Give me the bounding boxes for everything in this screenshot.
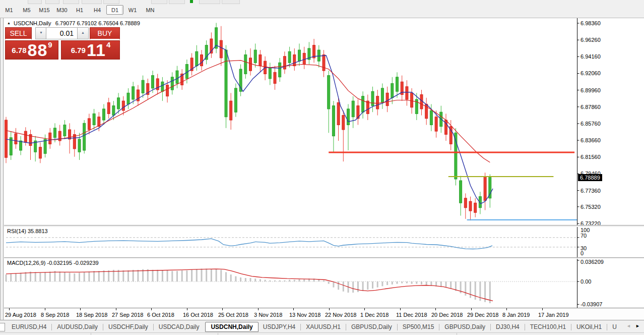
timeframe-button-H4[interactable]: H4: [89, 5, 106, 15]
timeframe-button-H1[interactable]: H1: [71, 5, 88, 15]
rsi-axis-label: 70: [581, 233, 587, 239]
time-axis-label: 3 Nov 2018: [254, 312, 282, 318]
price-axis-label: 6.83660: [581, 137, 601, 143]
time-axis-tick: [506, 308, 507, 310]
chart-tab-TECH100,H1[interactable]: TECH100,H1: [526, 322, 570, 331]
volume-input[interactable]: 0.01: [46, 27, 78, 39]
time-axis-label: 29 Aug 2018: [5, 312, 36, 318]
price-axis-label: 6.89960: [581, 87, 601, 93]
terminal-window: M1M5M15M30H1H4D1W1MN ▲ USDCNH,Daily 6.79…: [0, 0, 644, 335]
timeframe-button-MN[interactable]: MN: [142, 5, 159, 15]
buy-price-small: 6.79: [71, 46, 86, 54]
tab-stub[interactable]: [0, 323, 5, 331]
time-axis-tick: [471, 308, 472, 310]
chart-tab-USDCHF,Daily[interactable]: USDCHF,Daily: [104, 322, 153, 331]
window-border-left-outer: [0, 18, 1, 320]
tab-separator: [51, 324, 52, 330]
time-axis-tick: [151, 308, 152, 310]
tab-scroll-left-icon[interactable]: ◄: [626, 323, 631, 328]
chart-tab-USDJPY,H4[interactable]: USDJPY,H4: [259, 322, 300, 331]
collapse-icon[interactable]: ▲: [7, 21, 11, 25]
time-axis-tick: [116, 308, 116, 310]
sell-price-button[interactable]: 6.78 88 9: [5, 40, 58, 60]
buy-price-sup: 4: [106, 40, 110, 49]
timeframe-button-M30[interactable]: M30: [53, 5, 71, 15]
macd-panel: MACD(12,26,9) -0.032195 -0.029239 0.0362…: [4, 259, 644, 308]
main-chart-panel: ▲ USDCNH,Daily 6.79077 6.79102 6.76504 6…: [4, 18, 644, 225]
timeframe-button-W1[interactable]: W1: [124, 5, 141, 15]
time-axis-label: 8 Jan 2019: [502, 312, 530, 318]
time-axis-tick: [222, 308, 223, 310]
status-dot: [190, 0, 193, 3]
timeframe-button-M5[interactable]: M5: [18, 5, 35, 15]
chart-tab-USDCNH,Daily[interactable]: USDCNH,Daily: [205, 322, 258, 332]
toolbar-separator: [122, 6, 122, 15]
toolbar-button-stub: [169, 0, 185, 4]
volume-increase-button[interactable]: ▲: [77, 27, 89, 39]
time-axis-tick: [364, 308, 365, 310]
rsi-panel: RSI(14) 35.8813 10070300: [4, 227, 644, 257]
chart-tab-SP500,M15[interactable]: SP500,M15: [398, 322, 439, 331]
spinner-down-icon: ▼: [39, 31, 43, 34]
time-axis-label: 29 Dec 2018: [467, 312, 498, 318]
rsi-axis-label: 0: [581, 250, 584, 256]
tab-separator: [153, 324, 154, 330]
timeframe-button-M1[interactable]: M1: [1, 5, 18, 15]
time-axis-tick: [293, 308, 294, 310]
time-axis-label: 16 Oct 2018: [183, 312, 213, 318]
tab-separator: [346, 324, 346, 330]
sell-price-sup: 9: [48, 40, 52, 49]
chart-tab-U[interactable]: U: [608, 322, 621, 331]
time-axis-label: 17 Jan 2019: [538, 312, 569, 318]
macd-canvas[interactable]: [4, 259, 644, 308]
time-axis-tick: [9, 308, 10, 310]
chart-ohlc-values: 6.79077 6.79102 6.76504 6.78889: [55, 20, 140, 26]
chart-tab-EURUSD,H4[interactable]: EURUSD,H4: [7, 322, 51, 331]
toolbar-button-stub: [151, 0, 167, 4]
time-axis[interactable]: 29 Aug 20188 Sep 201818 Sep 201827 Sep 2…: [4, 308, 644, 320]
chart-tab-AUDUSD,Daily[interactable]: AUDUSD,Daily: [52, 322, 102, 331]
one-click-trade-panel: SELL ▼ 0.01 ▲ BUY 6.78 88 9 6.79 11 4: [5, 27, 120, 60]
chart-tab-bar: EURUSD,H4AUDUSD,DailyUSDCHF,DailyUSDCAD,…: [0, 321, 644, 332]
chart-tab-USDCAD,Daily[interactable]: USDCAD,Daily: [154, 322, 204, 331]
sell-price-small: 6.78: [12, 46, 26, 54]
time-axis-tick: [80, 308, 81, 310]
chart-tab-DJ30,H4[interactable]: DJ30,H4: [491, 322, 524, 331]
tab-scroll-right-icon[interactable]: ►: [635, 323, 640, 328]
buy-button[interactable]: BUY: [90, 27, 120, 40]
sell-button[interactable]: SELL: [5, 27, 32, 40]
macd-axis-label: 0.00: [581, 278, 591, 285]
timeframe-button-D1[interactable]: D1: [106, 5, 123, 15]
volume-decrease-button[interactable]: ▼: [35, 27, 47, 39]
time-axis-tick: [542, 308, 543, 310]
time-axis-label: 11 Dec 2018: [396, 312, 427, 318]
tab-separator: [571, 324, 571, 330]
rsi-label: RSI(14) 35.8813: [7, 228, 48, 235]
time-axis-tick: [187, 308, 187, 310]
buy-price-button[interactable]: 6.79 11 4: [61, 40, 120, 60]
time-axis-label: 27 Sep 2018: [112, 312, 143, 318]
chart-tab-GBPUSD,Daily[interactable]: GBPUSD,Daily: [347, 322, 397, 331]
timeframe-button-M15[interactable]: M15: [36, 5, 53, 15]
rsi-canvas[interactable]: [4, 227, 644, 257]
macd-axis-label: 0.036209: [581, 259, 604, 265]
tab-separator: [439, 324, 439, 330]
status-bar-strip: [0, 332, 644, 335]
tab-separator: [397, 324, 398, 330]
price-axis-label: 6.77360: [581, 188, 601, 194]
time-axis-label: 13 Nov 2018: [289, 312, 320, 318]
tab-separator: [103, 324, 103, 330]
price-axis-label: 6.92060: [581, 70, 601, 76]
tab-separator: [300, 324, 301, 330]
price-axis-label: 6.96260: [581, 37, 601, 43]
time-axis-tick: [45, 308, 45, 310]
toolbar-button-stub: [45, 0, 59, 4]
time-axis-label: 8 Sep 2018: [41, 312, 69, 318]
window-border-left-inner: [3, 18, 4, 320]
macd-label: MACD(12,26,9) -0.032195 -0.029239: [7, 260, 99, 266]
buy-price-big: 11: [87, 41, 106, 59]
chart-tab-XAUUSD,H1[interactable]: XAUUSD,H1: [301, 322, 345, 331]
chart-tab-GBPUSD,Daily[interactable]: GBPUSD,Daily: [440, 322, 490, 331]
price-axis-label: 6.85760: [581, 121, 601, 127]
chart-tab-UKOil,H1[interactable]: UKOil,H1: [572, 322, 606, 331]
